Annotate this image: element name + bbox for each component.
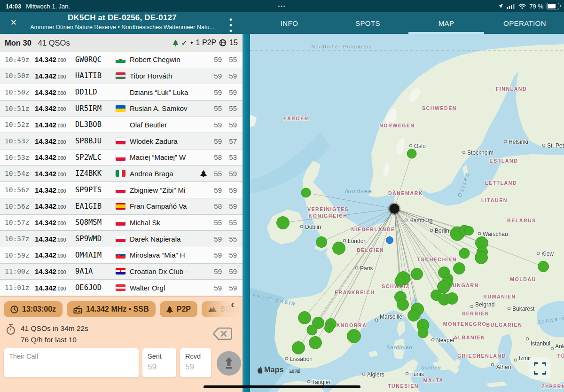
qso-frequency: 14.342.000 bbox=[35, 219, 75, 227]
qso-flag bbox=[116, 284, 130, 291]
log-row[interactable]: 10:52z14.342.000DL3BOBOlaf Beutler5959 bbox=[0, 117, 243, 133]
arctic-circle-label: Nördlicher Polarkreis bbox=[312, 44, 372, 49]
qso-rst-rcvd: 59 bbox=[223, 88, 237, 96]
backspace-button[interactable] bbox=[212, 326, 233, 342]
log-row[interactable]: 10:49z14.342.000GW0RQCRobert Chegwin5955 bbox=[0, 52, 243, 68]
home-indicator[interactable] bbox=[204, 385, 360, 388]
qso-marker[interactable] bbox=[309, 337, 322, 349]
qso-marker[interactable] bbox=[407, 149, 416, 158]
qso-marker[interactable] bbox=[395, 276, 405, 286]
log-row[interactable]: 10:50z14.342.000DD1LDDzianis “Luk” Luka5… bbox=[0, 84, 243, 101]
city-dot bbox=[343, 239, 345, 242]
log-row[interactable]: 10:53z14.342.000SP2WLCMaciej “Maciej” W5… bbox=[0, 149, 243, 166]
city-label: Warschau bbox=[483, 231, 508, 237]
qso-marker[interactable] bbox=[411, 268, 423, 280]
their-call-field[interactable]: Their Call bbox=[4, 348, 139, 377]
country-label: ANDORRA bbox=[337, 322, 367, 328]
multitask-dots: ••• bbox=[0, 0, 564, 12]
legal-link[interactable]: Legal bbox=[290, 368, 300, 373]
log-qso-button[interactable] bbox=[217, 351, 241, 376]
upload-icon bbox=[223, 357, 235, 370]
country-label: LITAUEN bbox=[481, 197, 508, 203]
qso-marker[interactable] bbox=[325, 324, 334, 333]
chip-p2p[interactable]: P2P bbox=[160, 301, 197, 317]
qso-name: Croatian Dx Club - bbox=[130, 267, 199, 275]
log-row[interactable]: 11:00z14.342.0009A1ACroatian Dx Club -59… bbox=[0, 264, 243, 280]
tab-info[interactable]: INFO bbox=[250, 12, 329, 34]
qso-marker[interactable] bbox=[475, 251, 488, 264]
qso-flag bbox=[116, 170, 130, 177]
log-row[interactable]: 10:56z14.342.000SP9PTSZbigniew “Zibi” Mi… bbox=[0, 182, 243, 198]
country-label: NORWEGEN bbox=[379, 123, 415, 128]
qso-marker[interactable] bbox=[298, 312, 311, 324]
tab-spots[interactable]: SPOTS bbox=[329, 12, 407, 34]
rst-sent-field[interactable]: Sent 59 bbox=[142, 348, 176, 377]
tab-map[interactable]: MAP bbox=[407, 12, 486, 34]
tab-operation[interactable]: OPERATION bbox=[486, 12, 564, 34]
chip-14-342-mhz-ssb[interactable]: 14.342 MHz • SSB bbox=[67, 301, 156, 317]
qso-frequency: 14.342.000 bbox=[35, 186, 75, 194]
qso-marker[interactable] bbox=[301, 188, 311, 197]
qso-rst-sent: 59 bbox=[208, 55, 222, 63]
city-dot bbox=[375, 319, 377, 321]
log-row[interactable]: 10:56z14.342.000EA1GIBFran Campañó Va585… bbox=[0, 198, 243, 215]
chip-13-03-00z[interactable]: 13:03:00z bbox=[4, 301, 63, 317]
country-label: ESTLAND bbox=[490, 158, 518, 164]
fullscreen-button[interactable] bbox=[529, 357, 551, 379]
log-row[interactable]: 10:50z14.342.000HA1TIBTibor Horváth5959 bbox=[0, 68, 243, 85]
qso-marker[interactable] bbox=[307, 325, 317, 335]
country-label: SERBIEN bbox=[462, 311, 489, 316]
map-view[interactable]: NordseeOstseeSardinienSizilienSchwarzATL… bbox=[250, 34, 564, 392]
city-dot bbox=[491, 363, 494, 366]
tree-icon bbox=[166, 306, 173, 313]
qso-rst-rcvd: 59 bbox=[223, 284, 237, 292]
apple-logo-icon bbox=[257, 366, 263, 374]
log-row[interactable]: 10:51z14.342.000UR5IRMRuslan A. Samkov55… bbox=[0, 101, 243, 117]
log-row[interactable]: 10:57z14.342.000SQ8MSMMichal Sk5555 bbox=[0, 215, 243, 231]
close-button[interactable]: × bbox=[8, 16, 20, 29]
qso-time: 10:56z bbox=[5, 203, 35, 210]
city-label: Lissabon bbox=[290, 356, 313, 362]
log-row[interactable]: 10:57z14.342.000SP9WMDDarek Napierala595… bbox=[0, 231, 243, 247]
log-row[interactable]: 10:59z14.342.000OM4AIMMiroslava “Mia” H5… bbox=[0, 247, 243, 264]
qso-marker[interactable] bbox=[347, 329, 361, 343]
qso-rst-sent: 59 bbox=[208, 137, 222, 145]
kebab-menu-icon[interactable]: ••• bbox=[226, 17, 236, 28]
qso-rst-sent: 59 bbox=[208, 267, 222, 275]
station-marker[interactable] bbox=[390, 204, 400, 214]
dx-count: 15 bbox=[229, 39, 238, 47]
qso-rst-rcvd: 55 bbox=[223, 104, 237, 112]
country-label: LETTLAND bbox=[485, 180, 517, 186]
rst-rcvd-field[interactable]: Rcvd 59 bbox=[180, 348, 211, 377]
qso-marker[interactable] bbox=[292, 342, 305, 354]
qso-marker[interactable] bbox=[333, 242, 345, 255]
qso-rst-sent: 59 bbox=[208, 88, 222, 96]
log-row[interactable]: 10:54z14.342.000IZ4BKKAndrea Braga5559 bbox=[0, 166, 243, 182]
qso-rst-rcvd: 59 bbox=[223, 202, 237, 210]
flag-croatia-icon bbox=[116, 268, 125, 274]
qso-rst-rcvd: 59 bbox=[223, 251, 237, 259]
qso-flag bbox=[116, 235, 130, 242]
city-label: Helsinki bbox=[509, 139, 528, 145]
log-row[interactable]: 11:01z14.342.000OE6JODWalter Orgl5959 bbox=[0, 280, 243, 296]
qso-marker[interactable] bbox=[538, 261, 549, 272]
qso-name: Wlodek Zadura bbox=[130, 137, 199, 145]
qso-marker[interactable] bbox=[316, 237, 327, 248]
qso-rst-sent: 55 bbox=[208, 104, 222, 112]
city-label: Paris bbox=[360, 265, 373, 272]
blue-marker[interactable] bbox=[386, 237, 393, 244]
qso-rst-rcvd: 57 bbox=[223, 137, 237, 145]
qso-marker[interactable] bbox=[465, 227, 474, 235]
qso-marker[interactable] bbox=[277, 217, 290, 229]
city-label: Dublin bbox=[305, 224, 321, 230]
qso-flag bbox=[116, 72, 130, 79]
qso-marker[interactable] bbox=[454, 263, 465, 274]
qso-marker[interactable] bbox=[459, 248, 470, 259]
qso-marker[interactable] bbox=[418, 328, 428, 338]
qso-marker[interactable] bbox=[408, 310, 420, 321]
qso-flag bbox=[116, 105, 130, 112]
qso-marker[interactable] bbox=[397, 299, 409, 311]
qso-marker[interactable] bbox=[446, 293, 458, 305]
log-row[interactable]: 10:53z14.342.000SP8BJUWlodek Zadura5957 bbox=[0, 133, 243, 149]
country-label: UNGARN bbox=[453, 282, 479, 288]
